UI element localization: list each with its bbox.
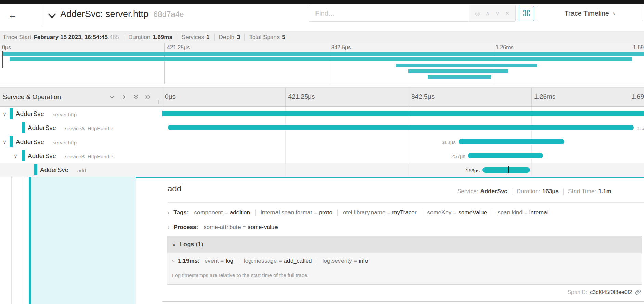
trace-view-select[interactable]: Trace Timeline ∨ (537, 6, 643, 21)
chevron-down-icon[interactable]: ∨ (14, 149, 17, 163)
trace-summary-bar: Trace Start February 15 2023, 16:54:45 .… (0, 31, 644, 43)
column-resize-handle[interactable] (157, 100, 160, 104)
span-id-label: SpanID: (567, 289, 587, 295)
grid-tick-label: 421.25μs (288, 93, 315, 101)
logs-header[interactable]: ∨ Logs (1) (167, 236, 642, 253)
services-label: Services (182, 34, 204, 41)
link-icon[interactable] (635, 289, 641, 295)
log-entry-row[interactable]: › 1.19ms: event=log log.message=add_call… (172, 257, 368, 264)
span-bar-serviceB[interactable] (468, 153, 543, 158)
minimap-tick-row (0, 43, 644, 52)
collapse-title-chevron-icon[interactable] (47, 12, 57, 21)
tag-key: internal.span.format (261, 209, 312, 216)
chevron-down-icon[interactable]: ∨ (3, 107, 7, 121)
grid-tick-label: 1.69ms (631, 93, 644, 101)
span-detail-title: add (168, 184, 181, 194)
span-bar-server-http-2[interactable] (459, 139, 564, 144)
span-bar-add[interactable] (482, 167, 530, 173)
tag-key: span.kind (498, 209, 523, 216)
logs-note: Log timestamps are relative to the start… (172, 272, 309, 278)
collapse-all-icon[interactable] (133, 94, 139, 100)
span-duration-label: 363μs (442, 139, 456, 145)
log-field-key: log.message (244, 257, 277, 264)
log-field-key: event (205, 257, 219, 264)
minimap-tick-label: 1.26ms (495, 44, 513, 51)
back-arrow-icon: ← (8, 11, 17, 19)
minimap-span-bar (2, 52, 644, 56)
services-value: 1 (206, 34, 209, 41)
detail-divider (168, 202, 644, 203)
grid-tick-label: 0μs (165, 93, 176, 101)
span-detail-meta: Service: AdderSvc Duration: 163μs Start … (457, 188, 644, 195)
service-value: AdderSvc (480, 188, 507, 195)
back-button[interactable]: ← (0, 4, 43, 26)
minimap-tick-line (329, 43, 329, 84)
clear-search-icon[interactable]: ✕ (505, 10, 510, 17)
minimap-tick-label: 842.5μs (331, 44, 351, 51)
process-label[interactable]: Process: (173, 224, 198, 231)
trace-timeline-page: ← AdderSvc: server.http68d7a4e ◎ ∧ ∨ ✕ ⌘… (0, 0, 644, 304)
collapse-one-icon[interactable] (109, 94, 115, 100)
total-spans-value: 5 (282, 34, 285, 41)
top-nav-strip (0, 0, 644, 4)
tag-value: internal (529, 209, 549, 216)
tag-value: proto (319, 209, 332, 216)
next-result-icon[interactable]: ∨ (495, 10, 499, 17)
trace-start-ms: .485 (108, 34, 119, 41)
locate-icon[interactable]: ◎ (475, 10, 480, 17)
keyboard-shortcuts-button[interactable]: ⌘ (519, 6, 534, 21)
span-service-name: AdderSvc (40, 163, 68, 177)
detail-bottom-border (162, 301, 644, 302)
find-controls: ◎ ∧ ∨ ✕ (469, 5, 515, 21)
trace-view-label: Trace Timeline (565, 10, 609, 17)
minimap-tick-label: 421.25μs (167, 44, 190, 51)
span-operation-name: add (77, 163, 86, 177)
chevron-down-icon[interactable]: ∨ (3, 135, 7, 149)
detail-top-border (136, 177, 644, 178)
span-service-name: AdderSvc (16, 107, 44, 121)
total-spans-label: Total Spans (249, 34, 280, 41)
process-row: › Process: some-attribute=some-value (168, 224, 278, 231)
minimap-span-bar (428, 75, 491, 79)
logs-expander-icon[interactable]: ∨ (172, 241, 176, 248)
process-expander-icon[interactable]: › (168, 224, 169, 230)
grid-tick-line (531, 87, 532, 107)
span-operation-name: serviceA_HttpHandler (65, 121, 115, 135)
prev-result-icon[interactable]: ∧ (486, 10, 490, 17)
tag-value: someValue (458, 209, 487, 216)
log-entry-expander-icon[interactable]: › (172, 258, 174, 264)
start-time-label: Start Time: (568, 188, 596, 195)
expand-one-icon[interactable] (121, 94, 127, 100)
expand-all-icon[interactable] (145, 94, 151, 100)
logs-count: (1) (196, 241, 203, 248)
minimap-tick-label: 1.69ms (633, 44, 644, 51)
minimap-scrubber-handle[interactable] (2, 51, 3, 68)
minimap-span-bar (408, 69, 508, 73)
grid-tick-label: 842.5μs (411, 93, 435, 101)
span-operation-name: serviceB_HttpHandler (65, 149, 115, 163)
find-input[interactable] (309, 5, 469, 21)
trace-id-short: 68d7a4e (153, 10, 184, 19)
span-row-add[interactable]: AdderSvc add (0, 163, 644, 177)
span-log-marker[interactable] (508, 166, 509, 173)
duration-value: 1.69ms (153, 34, 172, 41)
tags-expander-icon[interactable]: › (168, 210, 169, 216)
trace-start-label: Trace Start (3, 34, 31, 41)
tags-label[interactable]: Tags: (173, 209, 189, 216)
minimap-span-bar (396, 64, 537, 67)
service-label: Service: (457, 188, 478, 195)
span-id-row: SpanID: c3cf045f0f8ee0f2 (470, 289, 641, 295)
minimap-span-bar (10, 57, 632, 61)
find-box: ◎ ∧ ∨ ✕ (309, 5, 516, 22)
chevron-down-icon: ∨ (613, 11, 616, 16)
trace-start-value: February 15 2023, 16:54:45 (34, 34, 107, 41)
log-field-value: log (226, 257, 233, 264)
duration-label: Duration: (517, 188, 540, 195)
tags-row: › Tags: component=addition internal.span… (168, 209, 549, 216)
span-bar-serviceA[interactable] (168, 125, 634, 130)
span-row-serviceB[interactable]: ∨ AdderSvc serviceB_HttpHandler (0, 149, 644, 163)
detail-accent-bar (29, 177, 31, 304)
tag-key: otel.library.name (343, 209, 385, 216)
span-bar-server-http-1[interactable] (162, 111, 644, 116)
service-color-bar (34, 164, 37, 175)
